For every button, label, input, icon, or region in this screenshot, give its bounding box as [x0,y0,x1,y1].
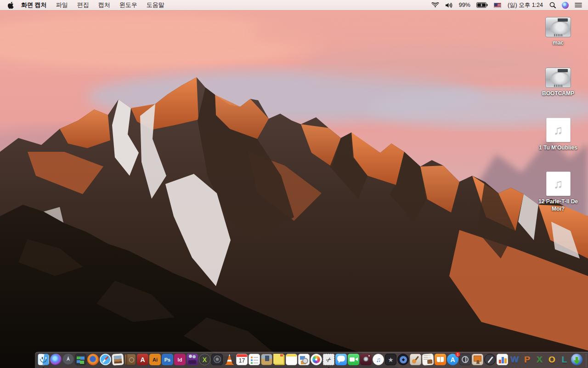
dock-garageband[interactable] [410,354,422,368]
audio-label: 1 Tu M'Oublies [533,144,583,152]
dock-toast[interactable] [187,354,198,368]
dock-vlc[interactable] [224,354,236,368]
papers-app-icon [422,353,434,365]
dock-imovie[interactable]: ★ [385,354,397,368]
dock-contacts[interactable] [124,354,136,368]
menu-help[interactable]: 도움말 [142,1,169,9]
app-store-icon: A1 [447,354,458,365]
dock-word[interactable]: W [509,354,521,368]
stickies-icon [273,354,283,364]
dock-numbers[interactable] [497,354,509,368]
menu-window[interactable]: 윈도우 [115,1,142,9]
desktop-icon-audio-1[interactable]: ♫ 1 Tu M'Oublies [531,118,586,152]
dock-stickies[interactable] [273,354,285,368]
battery-status[interactable] [475,2,489,8]
powerpoint-icon: P [521,354,533,365]
menu-file[interactable]: 파일 [51,1,73,9]
wheel-app-icon [459,354,471,365]
wifi-icon [431,2,439,8]
dock-illustrator[interactable]: Ai [149,354,161,368]
dock-ibooks[interactable] [435,354,447,368]
siri-app-icon [50,354,62,365]
excel-glyph: X [534,354,545,365]
dock-disk-tool[interactable] [211,354,223,368]
acrobat-reader-icon: A [137,354,148,365]
dock-separator [585,354,586,368]
pages-pen-icon [484,354,496,365]
volume-icon [445,2,453,8]
dock-calendar[interactable]: 17 [236,354,248,368]
apple-menu[interactable] [5,2,17,9]
dock-siri[interactable] [50,354,62,368]
battery-charging-icon [476,2,488,8]
menu-capture[interactable]: 캡처 [94,1,115,9]
dock-reminders[interactable] [249,354,260,368]
firefox-icon [87,354,99,365]
word-icon: W [509,354,520,365]
dock-powerpoint[interactable]: P [521,354,533,368]
notification-center[interactable] [573,2,583,8]
star-glyph: ★ [385,354,396,365]
dock-globe-downloader[interactable] [571,354,583,368]
dock-pages[interactable] [484,354,496,368]
dock-messages[interactable] [335,354,347,368]
photoshop-glyph: Ps [162,354,173,365]
dock-photo-booth[interactable] [360,354,372,368]
dock-notes[interactable] [286,354,298,368]
dock-indesign[interactable]: Id [174,354,186,368]
app-store-badge: 1 [455,352,460,357]
desktop-icon-audio-2[interactable]: ♫ 12 Parle-T-Il De Moi? [531,172,586,213]
dock-dvd-player[interactable] [397,354,409,368]
input-source[interactable] [492,3,503,8]
audio-file-icon: ♫ [546,172,571,196]
lync-icon: L [559,354,570,365]
siri-menu[interactable] [560,2,570,9]
spotlight[interactable] [548,2,557,8]
macos-desktop: 화면 캡처 파일 편집 캡처 윈도우 도움말 9 [0,0,588,368]
dock-itunes[interactable]: ♫ [373,354,384,368]
dock-finder[interactable] [38,354,50,368]
dock-preview[interactable] [112,354,124,368]
dock-outlook[interactable]: O [546,354,558,368]
menu-clock[interactable]: (일) 오후 1:24 [506,1,545,9]
wifi-status[interactable] [430,2,441,8]
dock-photos[interactable] [311,354,322,368]
mission-control-icon [75,354,86,365]
globe-download-icon [571,354,582,365]
word-glyph: W [509,354,520,365]
dock-x-converter[interactable]: X [199,354,211,368]
dock-papers-app[interactable] [422,354,434,368]
desktop-icon-bootcamp-disk[interactable]: BOOTCAMP [531,68,586,98]
dock-mission-control[interactable] [75,354,87,368]
dock-launchpad[interactable] [62,354,74,368]
dock-excel[interactable]: X [534,354,546,368]
dock: A Ai Ps Id X 17 ✂ ♫ ★ A1 W P X O L [35,352,588,368]
notification-center-icon [575,2,582,8]
menu-edit[interactable]: 편집 [73,1,94,9]
dock-facetime[interactable] [348,354,360,368]
spotlight-icon [549,2,556,8]
dock-grab[interactable]: ✂ [323,354,335,368]
active-app-menu[interactable]: 화면 캡처 [17,1,51,9]
dock-firefox[interactable] [87,354,99,368]
music-note-glyph: ♫ [554,123,563,138]
ibooks-icon [435,354,446,365]
hard-disk-icon [545,68,571,88]
dock-lync[interactable]: L [559,354,571,368]
x-converter-icon: X [199,354,210,365]
dvd-player-icon [397,354,409,365]
dock-archive-utility[interactable] [261,354,273,368]
dock-app-store[interactable]: A1 [447,354,459,368]
dock-acrobat[interactable]: A [137,354,149,368]
volume-status[interactable] [444,2,454,8]
desktop-icon-mac-disk[interactable]: mac [531,17,586,47]
outlook-icon: O [546,354,558,365]
itunes-icon: ♫ [373,354,384,365]
dock-photoshop[interactable]: Ps [162,354,174,368]
dock-keynote[interactable] [472,354,484,368]
itunes-note-glyph: ♫ [373,354,384,365]
dock-preferences-wheel[interactable] [459,354,471,368]
dock-scanner-app[interactable] [298,354,310,368]
dock-safari[interactable] [100,354,112,368]
safari-icon [100,354,111,365]
